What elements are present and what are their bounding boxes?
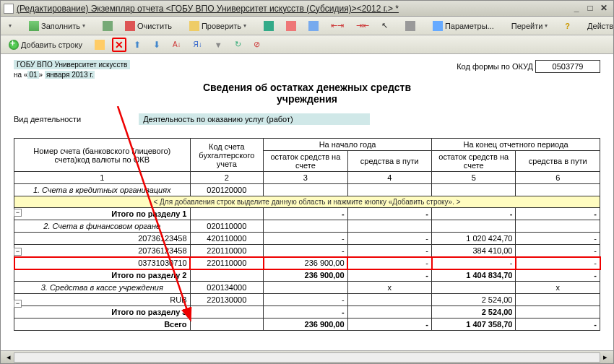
- section-1-subtotal: Итого по разделу 1 -- --: [14, 208, 600, 220]
- col-end-balance: остаток средств на счете: [432, 151, 516, 172]
- grid1-icon[interactable]: [259, 19, 279, 33]
- params-button[interactable]: Параметры...: [428, 19, 499, 33]
- activity-value[interactable]: Деятельность по оказанию услуг (работ): [139, 113, 370, 125]
- table-row[interactable]: RUB220130000 - 2 524,00: [14, 294, 600, 306]
- section-2-header[interactable]: 2. Счета в финансовом органе020110000: [14, 220, 600, 233]
- col-begin-transit: средства в пути: [347, 151, 431, 172]
- move-up-button[interactable]: ⬆: [129, 38, 146, 52]
- delete-row-button[interactable]: ✕: [112, 38, 126, 52]
- maximize-button[interactable]: □: [584, 3, 597, 14]
- expand-h-icon[interactable]: ⇥⇤: [351, 19, 374, 33]
- okud-input[interactable]: [535, 60, 600, 73]
- sort-asc-button[interactable]: A↓: [168, 38, 186, 52]
- fill-button[interactable]: Заполнить▾: [24, 19, 90, 33]
- table-row[interactable]: 20736123458220110000 -- 384 410,00-: [14, 245, 600, 257]
- org-name: ГОБУ ВПО Университет искусств: [14, 60, 130, 69]
- section-3-header[interactable]: 3. Средства в кассе учреждения020134000 …: [14, 282, 600, 294]
- help-button[interactable]: ?: [560, 19, 575, 33]
- h-scrollbar[interactable]: [14, 352, 600, 363]
- grand-total: Всего 236 900,00- 1 407 358,70-: [14, 318, 600, 331]
- move-down-button[interactable]: ⬇: [148, 38, 165, 52]
- plus-icon: [9, 40, 19, 50]
- refresh-button[interactable]: ↻: [230, 38, 246, 52]
- add-row-hint[interactable]: < Для добавления строк выделите данную о…: [14, 196, 600, 208]
- scroll-left-button[interactable]: ◂: [4, 352, 14, 362]
- main-toolbar: ▾ Заполнить▾ Очистить Проверить▾ ⇤⇥ ⇥⇤ ↖…: [1, 17, 613, 35]
- okud-block: Код формы по ОКУД: [457, 60, 600, 73]
- report-table: Номер счета (банковского (лицевого) счет…: [14, 138, 600, 331]
- report-content: ГОБУ ВПО Университет искусств на «01» ян…: [1, 54, 613, 350]
- close-button[interactable]: ✕: [597, 3, 610, 14]
- col-code: Код счета бухгалтерского учета: [190, 139, 264, 172]
- titlebar: (Редактирование) Экземпляр отчета <ГОБУ …: [1, 1, 613, 17]
- add-row-button[interactable]: Добавить строку: [4, 38, 87, 52]
- activity-label: Вид деятельности: [14, 115, 81, 124]
- okud-label: Код формы по ОКУД: [457, 62, 533, 71]
- scroll-right-button[interactable]: ▸: [600, 352, 610, 362]
- cursor-icon[interactable]: ↖: [376, 19, 393, 33]
- section-3-subtotal: Итого по разделу 3 - 2 524,00: [14, 306, 600, 318]
- col-account: Номер счета (банковского (лицевого) счет…: [14, 139, 191, 172]
- row-toolbar: Добавить строку ✕ ⬆ ⬇ A↓ Я↓ ▼ ↻ ⊘: [1, 35, 613, 54]
- document-title: Сведения об остатках денежных средствучр…: [14, 82, 600, 105]
- goto-button[interactable]: Перейти▾: [506, 19, 553, 33]
- collapse-h-icon[interactable]: ⇤⇥: [326, 19, 349, 33]
- tree-toggle-s2[interactable]: −: [14, 248, 22, 256]
- minimize-button[interactable]: _: [570, 3, 583, 14]
- sort-desc-button[interactable]: Я↓: [189, 38, 207, 52]
- clear-button[interactable]: Очистить: [120, 19, 177, 33]
- report-date: на «01» января 2013 г.: [14, 71, 130, 79]
- section-2-subtotal: Итого по разделу 2 236 900,00- 1 404 834…: [14, 269, 600, 282]
- section-1-header[interactable]: 1. Счета в кредитных организациях0201200…: [14, 184, 600, 196]
- col-begin: На начало года: [264, 139, 432, 151]
- arrow-up-icon: ⬆: [134, 40, 141, 50]
- x-icon: ✕: [115, 39, 124, 51]
- arrow-down-icon: ⬇: [153, 40, 160, 50]
- col-end-transit: средства в пути: [516, 151, 600, 172]
- tree-toggle-s1[interactable]: −: [14, 209, 22, 217]
- window-title: (Редактирование) Экземпляр отчета <ГОБУ …: [17, 4, 569, 14]
- check-button[interactable]: Проверить▾: [184, 19, 251, 33]
- edit-button[interactable]: [98, 19, 118, 33]
- col-end: На конец отчетного периода: [432, 139, 600, 151]
- filter-button[interactable]: ▼: [209, 38, 228, 52]
- copy-row-button[interactable]: [90, 38, 110, 52]
- cancel-button[interactable]: ⊘: [248, 38, 265, 52]
- grid2-icon[interactable]: [281, 19, 301, 33]
- nav-back-button[interactable]: ▾: [4, 19, 17, 33]
- actions-button[interactable]: Действия▾: [582, 19, 614, 33]
- print-button[interactable]: [400, 19, 420, 33]
- table-row[interactable]: 20736123458420110000 -- 1 020 424,70-: [14, 233, 600, 245]
- app-icon: [4, 4, 14, 14]
- grid3-icon[interactable]: [303, 19, 324, 33]
- table-row-highlighted[interactable]: 03731030710220110000 236 900,00- --: [14, 257, 600, 269]
- statusbar: ◂ ▸: [1, 350, 613, 363]
- col-begin-balance: остаток средств на счете: [264, 151, 347, 172]
- tree-toggle-s3[interactable]: −: [14, 300, 22, 308]
